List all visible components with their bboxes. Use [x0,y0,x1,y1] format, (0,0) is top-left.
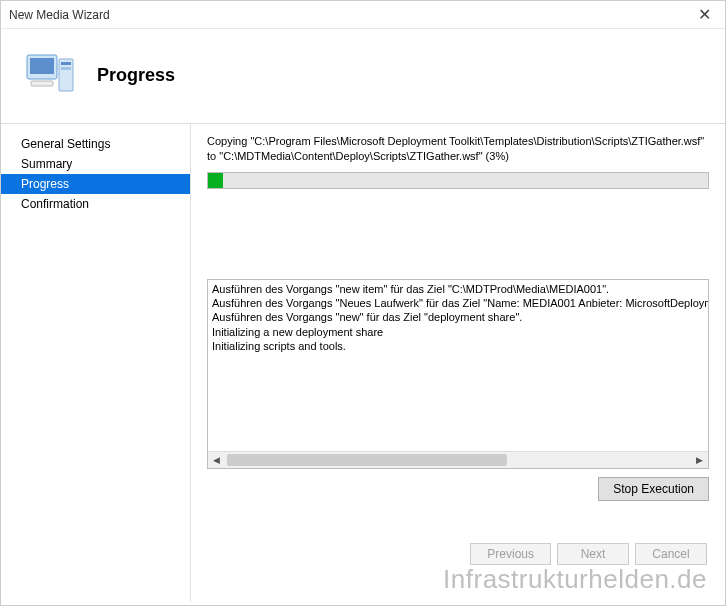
status-text: Copying "C:\Program Files\Microsoft Depl… [207,134,709,164]
log-line: Initializing scripts and tools. [212,339,704,353]
sidebar-item-confirmation[interactable]: Confirmation [1,194,190,214]
horizontal-scrollbar[interactable]: ◀ ▶ [208,451,708,468]
log-panel: Ausführen des Vorgangs "new item" für da… [207,279,709,469]
next-button[interactable]: Next [557,543,629,565]
progress-bar [207,172,709,189]
wizard-header: Progress [1,29,725,123]
sidebar: General Settings Summary Progress Confir… [1,124,191,602]
titlebar: New Media Wizard ✕ [1,1,725,29]
log-line: Ausführen des Vorgangs "Neues Laufwerk" … [212,296,704,310]
sidebar-item-general-settings[interactable]: General Settings [1,134,190,154]
wizard-footer-buttons: Previous Next Cancel [470,543,707,565]
log-line: Ausführen des Vorgangs "new item" für da… [212,282,704,296]
sidebar-item-progress[interactable]: Progress [1,174,190,194]
svg-rect-1 [30,58,54,74]
progress-bar-fill [208,173,223,188]
scroll-track[interactable] [225,452,691,468]
previous-button[interactable]: Previous [470,543,551,565]
status-line-1: Copying "C:\Program Files\Microsoft Depl… [207,134,709,149]
window-title: New Media Wizard [9,8,110,22]
main-panel: Copying "C:\Program Files\Microsoft Depl… [191,124,725,602]
stop-execution-button[interactable]: Stop Execution [598,477,709,501]
watermark: Infrastrukturhelden.de [443,564,707,595]
log-line: Ausführen des Vorgangs "new" für das Zie… [212,310,704,324]
computer-icon [21,47,77,103]
scroll-right-icon[interactable]: ▶ [691,452,708,468]
close-icon[interactable]: ✕ [692,3,717,26]
status-line-2: to "C:\MDTMedia\Content\Deploy\Scripts\Z… [207,149,709,164]
scroll-thumb[interactable] [227,454,507,466]
cancel-button[interactable]: Cancel [635,543,707,565]
log-line: Initializing a new deployment share [212,325,704,339]
page-title: Progress [97,65,175,86]
log-content: Ausführen des Vorgangs "new item" für da… [208,280,708,451]
svg-rect-4 [61,67,71,70]
sidebar-item-summary[interactable]: Summary [1,154,190,174]
scroll-left-icon[interactable]: ◀ [208,452,225,468]
svg-rect-5 [31,81,53,86]
svg-rect-3 [61,62,71,65]
